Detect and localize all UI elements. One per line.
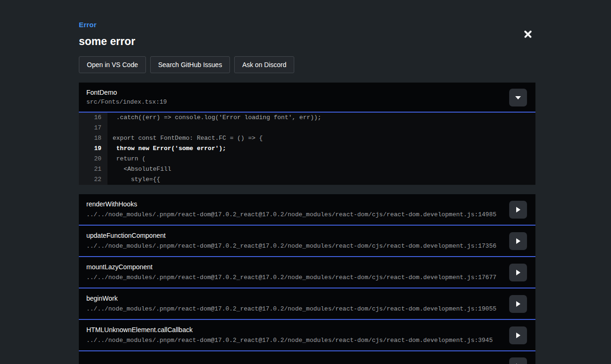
code-frame-location: src/Fonts/index.tsx:19 bbox=[86, 99, 528, 106]
stack-frame-function: updateFunctionComponent bbox=[86, 232, 528, 240]
play-icon bbox=[516, 207, 520, 212]
stack-frame: updateFunctionComponent ../../node_modul… bbox=[79, 226, 535, 257]
code-snippet: 16 .catch((err) => console.log('Error lo… bbox=[79, 113, 535, 185]
stack-frame-function: beginWork bbox=[86, 295, 528, 303]
stack-trace-list: renderWithHooks ../../node_modules/.pnpm… bbox=[79, 194, 535, 364]
error-message: some error bbox=[79, 35, 535, 48]
expand-stack-frame-button[interactable] bbox=[509, 357, 527, 364]
line-number: 21 bbox=[79, 164, 107, 174]
line-number: 22 bbox=[79, 174, 107, 185]
search-github-issues-button[interactable]: Search GitHub Issues bbox=[150, 56, 230, 73]
stack-frame-function: renderWithHooks bbox=[86, 200, 528, 208]
error-type-label: Error bbox=[79, 21, 535, 29]
stack-frame-function: HTMLUnknownElement.callCallback bbox=[86, 326, 528, 334]
stack-frame: HTMLUnknownElement.callCallback ../../no… bbox=[79, 320, 535, 351]
line-code: throw new Error('some error'); bbox=[107, 144, 226, 154]
stack-frame-text: mountLazyComponent ../../node_modules/.p… bbox=[86, 263, 528, 281]
play-icon bbox=[516, 301, 520, 307]
expand-stack-frame-button[interactable] bbox=[509, 232, 527, 250]
play-icon bbox=[516, 270, 520, 275]
play-icon bbox=[516, 238, 520, 244]
stack-frame-text: updateFunctionComponent ../../node_modul… bbox=[86, 232, 528, 250]
expand-stack-frame-button[interactable] bbox=[509, 295, 527, 313]
play-icon bbox=[516, 333, 520, 338]
stack-frame: renderWithHooks ../../node_modules/.pnpm… bbox=[79, 194, 535, 226]
line-code: <AbsoluteFill bbox=[107, 164, 171, 174]
code-frame-header: FontDemo src/Fonts/index.tsx:19 bbox=[79, 83, 535, 113]
code-frame: FontDemo src/Fonts/index.tsx:19 16 .catc… bbox=[79, 83, 535, 185]
error-overlay-content: Error some error Open in VS Code Search … bbox=[79, 21, 535, 364]
line-number: 20 bbox=[79, 154, 107, 164]
ask-on-discord-button[interactable]: Ask on Discord bbox=[234, 56, 294, 73]
line-number: 16 bbox=[79, 113, 107, 123]
line-code: export const FontDemo: React.FC = () => … bbox=[107, 133, 263, 144]
action-buttons: Open in VS Code Search GitHub Issues Ask… bbox=[79, 56, 535, 73]
open-in-vscode-button[interactable]: Open in VS Code bbox=[79, 56, 146, 73]
expand-stack-frame-button[interactable] bbox=[509, 201, 527, 219]
stack-frame-location: ../../node_modules/.pnpm/react-dom@17.0.… bbox=[86, 305, 528, 313]
line-number: 17 bbox=[79, 123, 107, 133]
stack-frame-location: ../../node_modules/.pnpm/react-dom@17.0.… bbox=[86, 337, 528, 344]
line-code: return ( bbox=[107, 154, 145, 164]
code-line: 22 style={{ bbox=[79, 174, 535, 185]
expand-stack-frame-button[interactable] bbox=[509, 326, 527, 344]
code-frame-title: FontDemo bbox=[86, 89, 528, 97]
line-number: 19 bbox=[79, 144, 107, 154]
stack-frame-function: mountLazyComponent bbox=[86, 263, 528, 271]
expand-stack-frame-button[interactable] bbox=[509, 264, 527, 281]
stack-frame: beginWork ../../node_modules/.pnpm/react… bbox=[79, 288, 535, 320]
chevron-down-icon bbox=[515, 96, 521, 99]
stack-frame-text: beginWork ../../node_modules/.pnpm/react… bbox=[86, 295, 528, 313]
line-code: style={{ bbox=[107, 174, 160, 185]
code-line: 17 bbox=[79, 123, 535, 133]
stack-frame-location: ../../node_modules/.pnpm/react-dom@17.0.… bbox=[86, 211, 528, 219]
code-line: 19 throw new Error('some error'); bbox=[79, 144, 535, 154]
code-line: 18 export const FontDemo: React.FC = () … bbox=[79, 133, 535, 144]
line-code: .catch((err) => console.log('Error loadi… bbox=[107, 113, 321, 123]
stack-frame: mountLazyComponent ../../node_modules/.p… bbox=[79, 257, 535, 288]
stack-frame-location: ../../node_modules/.pnpm/react-dom@17.0.… bbox=[86, 274, 528, 281]
code-line: 21 <AbsoluteFill bbox=[79, 164, 535, 174]
stack-frame-text: HTMLUnknownElement.callCallback ../../no… bbox=[86, 326, 528, 344]
collapse-code-frame-button[interactable] bbox=[509, 89, 527, 106]
code-line: 16 .catch((err) => console.log('Error lo… bbox=[79, 113, 535, 123]
code-line: 20 return ( bbox=[79, 154, 535, 164]
stack-frame-location: ../../node_modules/.pnpm/react-dom@17.0.… bbox=[86, 243, 528, 250]
stack-frame-partial bbox=[79, 351, 535, 364]
line-number: 18 bbox=[79, 133, 107, 144]
line-code bbox=[107, 123, 113, 133]
stack-frame-text: renderWithHooks ../../node_modules/.pnpm… bbox=[86, 200, 528, 219]
